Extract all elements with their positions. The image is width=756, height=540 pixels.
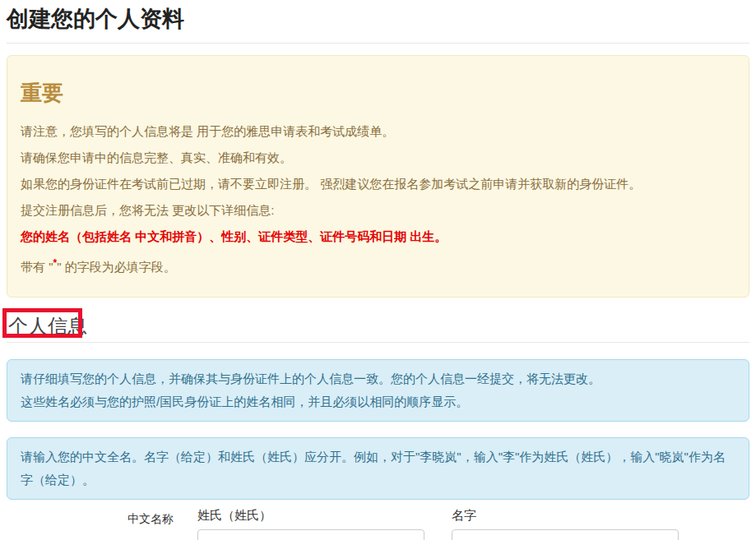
given-name-input[interactable]	[452, 529, 679, 540]
important-heading: 重要	[21, 81, 735, 105]
notice-paragraph: 提交注册信息后，您将无法 更改以下详细信息:	[21, 202, 735, 219]
surname-label: 姓氏（姓氏）	[197, 508, 424, 523]
title-divider	[7, 43, 749, 44]
page-title: 创建您的个人资料	[7, 5, 749, 33]
personal-info-section-title: 个人信息	[8, 314, 749, 339]
surname-input[interactable]	[197, 529, 424, 540]
chinese-name-group-label: 中文名称	[128, 508, 197, 540]
given-name-field-group: 名字	[452, 508, 679, 540]
important-notice-panel: 重要 请注意，您填写的个人信息将是 用于您的雅思申请表和考试成绩单。 请确保您申…	[7, 55, 749, 298]
personal-info-notice-panel: 请仔细填写您的个人信息，并确保其与身份证件上的个人信息一致。您的个人信息一经提交…	[7, 359, 749, 422]
non-editable-fields-warning: 您的姓名（包括姓名 中文和拼音）、性别、证件类型、证件号码和日期 出生。	[21, 228, 735, 245]
given-name-label: 名字	[452, 508, 679, 523]
notice-paragraph: 请注意，您填写的个人信息将是 用于您的雅思申请表和考试成绩单。	[21, 123, 735, 140]
info-line: 请仔细填写您的个人信息，并确保其与身份证件上的个人信息一致。您的个人信息一经提交…	[21, 367, 735, 390]
info-line: 请输入您的中文全名。名字（给定）和姓氏（姓氏）应分开。例如，对于"李晓岚"，输入…	[21, 445, 735, 492]
required-fields-note: 带有 "*" 的字段为必填字段。	[21, 255, 735, 275]
notice-paragraph: 请确保您申请中的信息完整、真实、准确和有效。	[21, 150, 735, 166]
required-note-suffix: " 的字段为必填字段。	[57, 260, 176, 274]
notice-paragraph: 如果您的身份证件在考试前已过期，请不要立即注册。 强烈建议您在报名参加考试之前申…	[21, 176, 735, 192]
personal-info-section-header: 个人信息	[7, 314, 749, 343]
required-note-prefix: 带有 "	[21, 260, 53, 274]
surname-field-group: 姓氏（姓氏）	[197, 508, 424, 540]
section-divider	[7, 342, 749, 343]
chinese-name-instruction-panel: 请输入您的中文全名。名字（给定）和姓氏（姓氏）应分开。例如，对于"李晓岚"，输入…	[7, 437, 749, 500]
chinese-name-row: 中文名称 姓氏（姓氏） 名字	[7, 508, 749, 540]
info-line: 这些姓名必须与您的护照/国民身份证上的姓名相同，并且必须以相同的顺序显示。	[21, 390, 735, 413]
